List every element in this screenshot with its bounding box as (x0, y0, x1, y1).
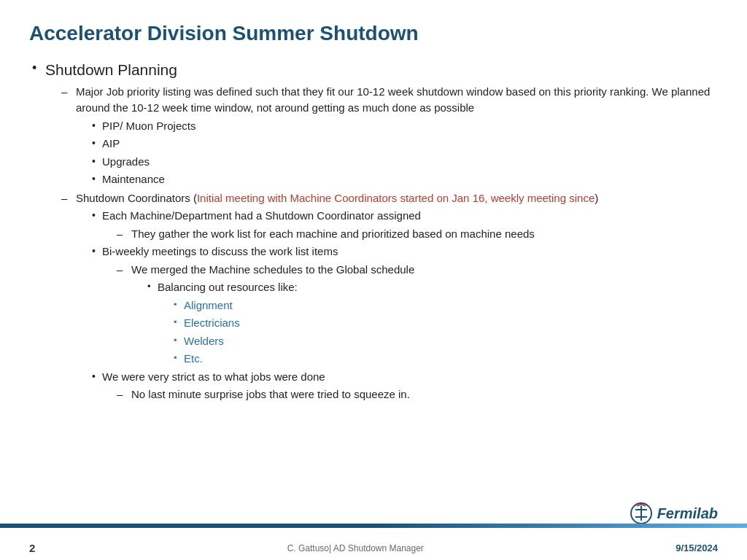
alignment-item: Alignment (171, 298, 718, 314)
biweekly-sublist: We merged the Machine schedules to the G… (102, 262, 718, 368)
maintenance-item: Maintenance (89, 171, 718, 188)
upgrades-item: Upgrades (89, 154, 718, 171)
priority-listing-item: Major Job priority listing was defined s… (60, 84, 718, 188)
planning-sublist: Major Job priority listing was defined s… (45, 84, 718, 403)
biweekly-text: Bi-weekly meetings to discuss the work l… (102, 245, 338, 257)
no-surprise-item: No last minute surprise jobs that were t… (115, 386, 718, 403)
slide-content: Shutdown Planning Major Job priority lis… (29, 58, 718, 403)
strict-jobs-sublist: No last minute surprise jobs that were t… (102, 386, 718, 403)
welders-label: Welders (184, 335, 224, 347)
resources-list: Alignment Electricians Welders Etc. (158, 298, 718, 368)
no-surprise-text: No last minute surprise jobs that were t… (131, 388, 410, 400)
footer-date: 9/15/2024 (676, 542, 718, 553)
aip-item: AIP (89, 136, 718, 152)
top-list: Shutdown Planning Major Job priority lis… (29, 58, 718, 403)
welders-item: Welders (171, 333, 718, 350)
shutdown-planning-item: Shutdown Planning Major Job priority lis… (29, 58, 718, 403)
coordinators-text: Shutdown Coordinators (Initial meeting w… (76, 192, 598, 204)
coordinators-item: Shutdown Coordinators (Initial meeting w… (60, 190, 718, 403)
balancing-text: Balancing out resources like: (158, 281, 298, 293)
etc-label: Etc. (184, 352, 203, 365)
pip-label: PIP/ Muon Projects (102, 120, 196, 132)
machine-dept-text: Each Machine/Department had a Shutdown C… (102, 209, 421, 222)
maintenance-label: Maintenance (102, 173, 165, 185)
aip-label: AIP (102, 137, 120, 149)
fermilab-logo: Fermilab (630, 502, 718, 525)
shutdown-planning-label: Shutdown Planning (45, 61, 177, 78)
priority-sublist: PIP/ Muon Projects AIP Upgrades Maintena… (76, 118, 718, 188)
biweekly-item: Bi-weekly meetings to discuss the work l… (89, 244, 718, 368)
strict-jobs-text: We were very strict as to what jobs were… (102, 370, 325, 383)
highlight-meeting-text: Initial meeting with Machine Coordinator… (197, 192, 595, 204)
balancing-item: Balancing out resources like: Alignment … (144, 279, 718, 368)
gather-worklist-text: They gather the work list for each machi… (131, 228, 535, 240)
machine-dept-item: Each Machine/Department had a Shutdown C… (89, 208, 718, 242)
footer-author: C. Gattuso| AD Shutdown Manager (35, 543, 676, 553)
coordinators-sublist: Each Machine/Department had a Shutdown C… (76, 208, 718, 403)
fermilab-icon (630, 502, 653, 525)
strict-jobs-item: We were very strict as to what jobs were… (89, 369, 718, 403)
priority-listing-text: Major Job priority listing was defined s… (76, 85, 710, 114)
merged-schedules-text: We merged the Machine schedules to the G… (131, 263, 414, 276)
slide-title: Accelerator Division Summer Shutdown (29, 22, 718, 45)
page-number: 2 (29, 542, 35, 554)
electricians-item: Electricians (171, 315, 718, 332)
footer-bar (0, 524, 747, 528)
gather-worklist-item: They gather the work list for each machi… (115, 226, 718, 243)
footer: 2 C. Gattuso| AD Shutdown Manager 9/15/2… (0, 542, 747, 554)
pip-item: PIP/ Muon Projects (89, 118, 718, 135)
etc-item: Etc. (171, 351, 718, 368)
machine-dept-sublist: They gather the work list for each machi… (102, 226, 718, 243)
slide: Accelerator Division Summer Shutdown Shu… (0, 0, 747, 560)
merged-schedules-item: We merged the Machine schedules to the G… (115, 262, 718, 368)
electricians-label: Electricians (184, 316, 240, 329)
merged-sublist: Balancing out resources like: Alignment … (131, 279, 718, 368)
upgrades-label: Upgrades (102, 155, 150, 168)
alignment-label: Alignment (184, 299, 233, 311)
fermilab-text-label: Fermilab (657, 505, 718, 522)
